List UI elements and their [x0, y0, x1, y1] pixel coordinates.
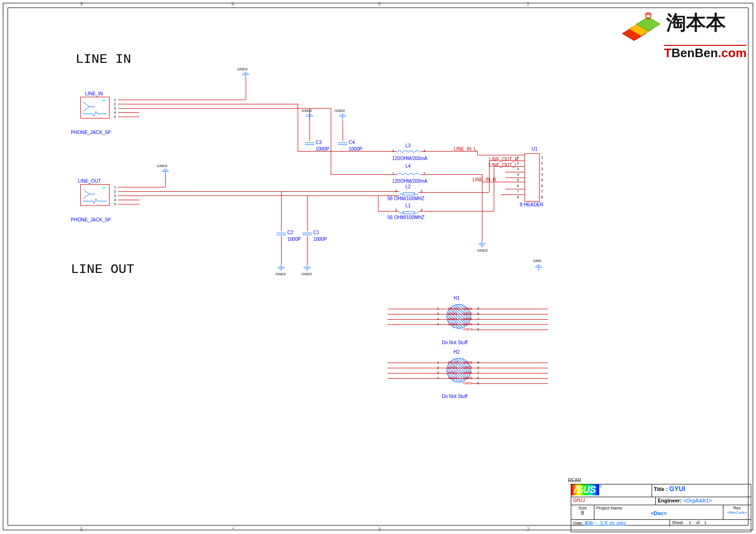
- h1-rn2: GND7: [463, 311, 472, 316]
- u1-rp4: 4: [541, 172, 543, 178]
- u1-lp8: 8: [517, 195, 519, 200]
- gnd2-c2-label: GND2: [275, 272, 286, 276]
- wire-gnd2-li: [246, 78, 246, 100]
- u1-rp5: 5: [541, 178, 543, 183]
- u1-lp3: 3: [517, 166, 519, 172]
- h2-lp2: 2: [437, 365, 439, 370]
- h2-rp4: 6: [477, 375, 479, 381]
- h2-rn5: GND4: [463, 381, 472, 386]
- h1-rn3: GND6: [463, 316, 472, 322]
- h2-lp1: 1: [437, 360, 439, 365]
- border-left-inner: [8, 8, 8, 526]
- wire-u1-7: [506, 189, 524, 189]
- rev-value: <RevCode>: [725, 510, 749, 515]
- u1-rp7: 7: [541, 189, 543, 195]
- l4-p2: 2: [423, 171, 425, 176]
- ruler-top-3: 3: [378, 1, 381, 7]
- h2-ln3: GND2: [448, 370, 459, 375]
- u1-lp2: 2: [517, 161, 519, 166]
- jack-li-p5: 5: [114, 115, 116, 119]
- h1-rp4: 6: [477, 322, 479, 327]
- svg-rect-2: [403, 193, 414, 195]
- wire-l1-in-v: [378, 195, 378, 211]
- h2-lp4: 4: [437, 375, 439, 381]
- jack-li-p1: 1: [114, 98, 116, 102]
- h1-right-names: GND8 GND7 GND6 GND5 GND4: [463, 306, 472, 332]
- engineer-label: Engineer:: [658, 498, 682, 503]
- h1-right-pins: 9 8 7 6 5: [477, 306, 479, 332]
- h2-dns: Do Not Stuff: [442, 394, 467, 399]
- wire-lo2-cont: [281, 191, 399, 192]
- jack-lo-p5: 5: [114, 202, 116, 206]
- jack-lo-p4: 4: [114, 198, 116, 202]
- ind-l3: [397, 149, 421, 154]
- jack-li-p2: 2: [114, 102, 116, 106]
- gnd-sym-lo1: [161, 169, 170, 175]
- h2-rp5: 5: [477, 381, 479, 386]
- wire-li-2: [118, 104, 298, 104]
- header-u1: [524, 153, 540, 202]
- wire-lo-2: [118, 191, 281, 192]
- h1-w5: [472, 330, 548, 330]
- u1-type: 8 HEADER: [520, 202, 543, 207]
- u1-lp4: 4: [517, 172, 519, 178]
- h2-rn1: GND8: [463, 360, 472, 365]
- jack-linein-type: PHONE_JACK_5P: [71, 130, 111, 135]
- wire-c4-stem: [343, 120, 343, 141]
- engineer-value: <OrgAddr1>: [683, 498, 712, 503]
- jack-lo-p3: 3: [114, 194, 116, 198]
- wire-li-3: [118, 108, 331, 109]
- wire-li-1: [118, 100, 246, 100]
- title-block: /SUS® Title : GYUI GHJJ Engineer: <OrgAd…: [571, 484, 751, 532]
- h1-lp1: 1: [437, 306, 439, 311]
- h2-rn2: GND7: [463, 365, 472, 370]
- section-title-line-out: LINE OUT: [71, 262, 134, 277]
- u1-lp5: 5: [517, 178, 519, 183]
- h1-rp2: 8: [477, 311, 479, 316]
- cap-c3: [305, 141, 314, 146]
- rev-label: Rev: [725, 506, 749, 510]
- wire-li-5: [118, 117, 139, 117]
- h1-lp2: 2: [437, 311, 439, 316]
- h2-left-pins: 1 2 3 4: [437, 360, 439, 381]
- wire-c1-gnd: [307, 236, 308, 264]
- wire-u1-1: [477, 155, 524, 155]
- watermark-cn: 淘本本: [666, 11, 726, 34]
- wire-lo-3: [118, 195, 307, 196]
- jack-line-in-icon: SH: [81, 97, 109, 118]
- u1-ref: U1: [532, 146, 538, 152]
- wire-v2: [482, 174, 482, 182]
- border-top-inner: [8, 8, 748, 8]
- u1-lp1: 1: [517, 155, 519, 161]
- svg-text:SH: SH: [102, 186, 106, 189]
- l2-ref: L2: [405, 184, 411, 189]
- wire-u1-3: [494, 166, 524, 167]
- title-value: GYUI: [669, 485, 685, 492]
- h2-rn3: GND6: [463, 370, 472, 375]
- watermark-com: .com: [718, 46, 747, 60]
- wire-v4: [494, 166, 494, 211]
- c4-ref: C4: [349, 140, 355, 145]
- u1-rp3: 3: [541, 166, 543, 172]
- h1-rp5: 5: [477, 327, 479, 332]
- wire-gnd2-lo1: [165, 175, 166, 187]
- cap-c1: [302, 231, 312, 236]
- wire-li2-v: [298, 104, 298, 151]
- h1-ln2: GND1: [448, 311, 459, 316]
- ghjj: GHJJ: [571, 497, 656, 505]
- wire-l1-in-h: [378, 211, 399, 212]
- h1-ln1: NP_NC: [448, 306, 459, 311]
- wire-u1-2: [489, 161, 524, 161]
- wire-gnd2-u1: [482, 182, 482, 241]
- jack-li-p3: 3: [114, 106, 116, 110]
- h1-dns: Do Not Stuff: [442, 340, 467, 345]
- watermark-rest: BenBen: [671, 46, 718, 60]
- border-right-outer: [753, 3, 753, 530]
- h2-rn4: GND5: [463, 375, 472, 381]
- jack-line-out-icon: SH: [81, 185, 109, 205]
- wire-v3: [489, 161, 490, 192]
- border-right-inner: [748, 8, 748, 526]
- u1-rp2: 2: [541, 161, 543, 166]
- h1-lp3: 3: [437, 316, 439, 322]
- cap-c2: [276, 231, 286, 236]
